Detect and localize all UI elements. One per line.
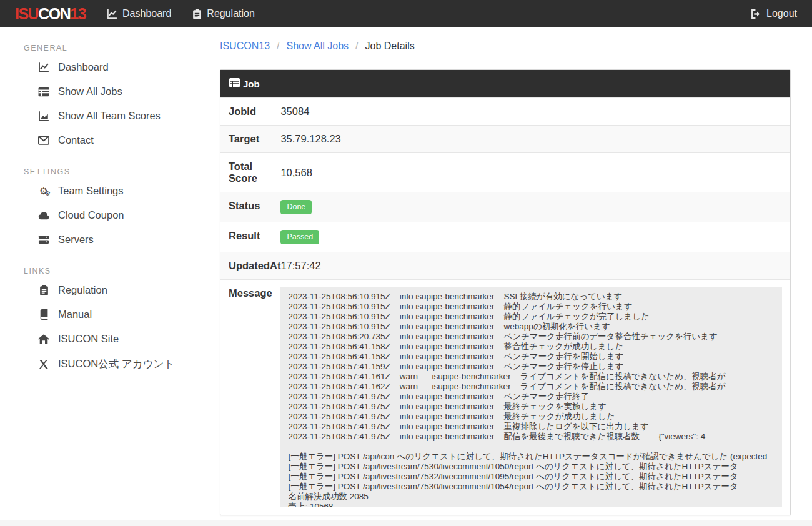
- table-row-status: Status Done: [220, 192, 790, 222]
- isucon13-logo[interactable]: ISUCON13: [15, 6, 86, 22]
- main-content: ISUCON13 / Show All Jobs / Job Details J…: [212, 27, 812, 520]
- sidebar-item-label: Servers: [58, 234, 94, 246]
- field-value-target: 35.79.128.23: [280, 126, 790, 153]
- table-row-updatedat: UpdatedAt 17:57:42: [220, 252, 790, 280]
- footer-strip: [0, 520, 812, 526]
- sidebar-item-label: Regulation: [58, 284, 107, 296]
- job-panel-header: Job: [220, 70, 790, 97]
- sidebar-item-isucon-site[interactable]: ISUCON Site: [24, 327, 212, 351]
- chart-line-icon: [107, 9, 117, 19]
- table-row-total-score: Total Score 10,568: [220, 153, 790, 192]
- sidebar-item-cloud-coupon[interactable]: Cloud Coupon: [24, 203, 212, 227]
- sidebar-item-contact[interactable]: Contact: [24, 128, 212, 152]
- job-panel: Job JobId 35084 Target 35.79.128.23 Tota…: [220, 69, 791, 515]
- server-icon: [37, 235, 50, 244]
- field-label: JobId: [220, 98, 280, 126]
- sidebar-item-label: ISUCON Site: [58, 333, 119, 345]
- breadcrumb: ISUCON13 / Show All Jobs / Job Details: [220, 41, 791, 52]
- sidebar-item-label: Dashboard: [58, 61, 109, 73]
- sidebar-heading-settings: SETTINGS: [24, 167, 212, 176]
- sidebar-item-label: Contact: [58, 134, 94, 146]
- sidebar-item-label: Show All Jobs: [58, 86, 122, 97]
- chart-area-icon: [37, 111, 50, 122]
- logo-part: ISU: [15, 5, 38, 22]
- logo-part: CON: [38, 5, 70, 22]
- field-label: Status: [220, 192, 280, 222]
- table-row-message: Message 2023-11-25T08:56:10.915Z info is…: [220, 280, 790, 515]
- sidebar-item-label: Team Settings: [58, 185, 124, 197]
- chart-line-icon: [37, 62, 50, 73]
- envelope-icon: [37, 136, 50, 145]
- sidebar-item-label: Manual: [58, 309, 92, 320]
- logout-label: Logout: [766, 8, 797, 19]
- field-value-updatedat: 17:57:42: [280, 252, 790, 280]
- sidebar-item-team-settings[interactable]: ⚙⚙ Team Settings: [24, 179, 212, 203]
- breadcrumb-separator: /: [277, 41, 279, 52]
- sidebar-item-manual[interactable]: Manual: [24, 302, 212, 327]
- sidebar-item-label: Cloud Coupon: [58, 209, 124, 221]
- sidebar-item-dashboard[interactable]: Dashboard: [24, 55, 212, 79]
- cloud-icon: [37, 211, 50, 220]
- logo-part: 13: [70, 5, 86, 22]
- clipboard-icon: [192, 9, 202, 19]
- sidebar-item-servers[interactable]: Servers: [24, 227, 212, 252]
- top-navbar: ISUCON13 Dashboard Regulation Logout: [0, 0, 812, 27]
- sidebar-item-isucon-x-account[interactable]: ISUCON公式 アカウント: [24, 351, 212, 377]
- nav-regulation[interactable]: Regulation: [192, 8, 255, 19]
- sidebar-heading-general: GENERAL: [24, 44, 212, 52]
- home-icon: [37, 334, 50, 344]
- nav-dashboard-label: Dashboard: [122, 8, 171, 19]
- logout-button[interactable]: Logout: [751, 8, 797, 19]
- table-icon: [37, 87, 50, 97]
- sidebar-item-label: ISUCON公式 アカウント: [58, 357, 174, 371]
- breadcrumb-link-show-all-jobs[interactable]: Show All Jobs: [286, 41, 349, 52]
- book-icon: [37, 309, 50, 320]
- table-row-jobid: JobId 35084: [220, 98, 790, 126]
- field-label: Result: [220, 222, 280, 252]
- gears-icon: ⚙⚙: [37, 186, 50, 196]
- field-label: UpdatedAt: [220, 252, 280, 280]
- job-panel-title: Job: [243, 79, 260, 89]
- table-row-target: Target 35.79.128.23: [220, 126, 790, 153]
- clipboard-icon: [37, 285, 50, 295]
- benchmark-log-output[interactable]: 2023-11-25T08:56:10.915Z info isupipe-be…: [280, 287, 782, 507]
- x-logo-icon: [37, 359, 50, 369]
- logout-icon: [751, 9, 761, 19]
- sidebar-item-show-all-team-scores[interactable]: Show All Team Scores: [24, 104, 212, 128]
- sidebar: GENERAL Dashboard Show All Jobs Show All…: [0, 27, 212, 520]
- field-label: Target: [220, 126, 280, 153]
- sidebar-item-show-all-jobs[interactable]: Show All Jobs: [24, 79, 212, 104]
- field-value-total-score: 10,568: [280, 153, 790, 192]
- breadcrumb-link-isucon13[interactable]: ISUCON13: [220, 41, 270, 52]
- status-badge: Done: [280, 200, 312, 214]
- nav-dashboard[interactable]: Dashboard: [107, 8, 171, 19]
- field-label: Message: [220, 280, 280, 515]
- breadcrumb-current: Job Details: [365, 41, 415, 52]
- field-value-jobid: 35084: [280, 98, 790, 126]
- sidebar-item-label: Show All Team Scores: [58, 110, 161, 122]
- breadcrumb-separator: /: [355, 41, 358, 52]
- table-icon: [229, 78, 240, 89]
- job-details-table: JobId 35084 Target 35.79.128.23 Total Sc…: [220, 97, 790, 515]
- table-row-result: Result Passed: [220, 222, 790, 252]
- nav-regulation-label: Regulation: [207, 8, 255, 19]
- field-label: Total Score: [220, 153, 280, 192]
- sidebar-heading-links: LINKS: [24, 267, 212, 275]
- result-badge: Passed: [280, 230, 319, 244]
- sidebar-item-regulation[interactable]: Regulation: [24, 278, 212, 302]
